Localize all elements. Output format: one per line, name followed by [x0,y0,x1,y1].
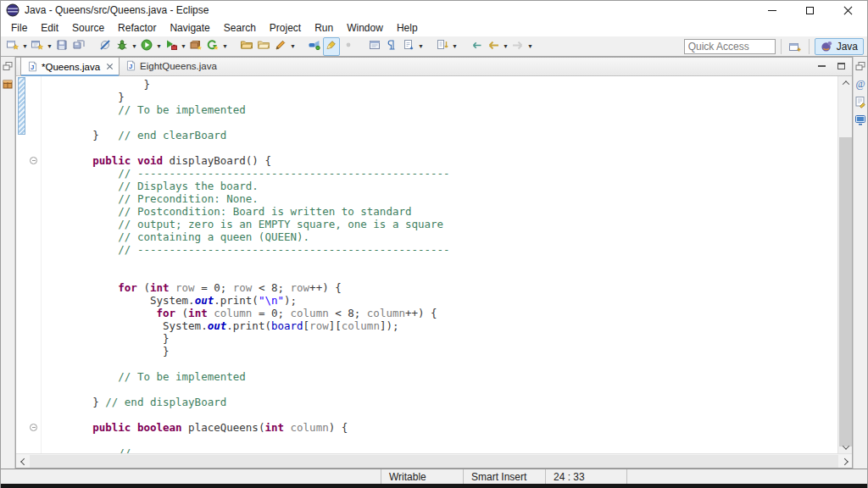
status-bar: WritableSmart Insert24 : 33 [1,469,867,484]
show-whitespace-button[interactable] [383,37,400,56]
debug-dropdown-arrow[interactable]: ▼ [131,37,138,56]
status-insert-mode: Smart Insert [463,469,545,484]
toolbar-group: ▼▼ [468,37,534,56]
search-button[interactable] [306,37,323,56]
quick-access-input[interactable] [684,39,776,54]
new-java-wizard-icon [31,38,44,54]
scroll-left-arrow[interactable] [16,454,29,469]
back-dropdown-arrow[interactable]: ▼ [502,37,509,56]
last-edit-location-button[interactable] [468,37,485,56]
javadoc-icon[interactable]: @ [854,77,867,91]
declaration-icon[interactable] [854,95,867,108]
vertical-scrollbar[interactable] [837,76,852,453]
maximize-button[interactable] [791,1,829,19]
skip-all-breakpoints-button[interactable] [97,37,114,56]
left-trim-bar [1,57,15,469]
menu-run[interactable]: Run [308,20,340,36]
save-actions-dropdown-arrow[interactable]: ▼ [417,37,425,56]
menu-help[interactable]: Help [390,20,425,36]
show-selected-element-button[interactable] [366,37,383,56]
run-dropdown-arrow[interactable]: ▼ [155,37,163,56]
run-button[interactable] [138,37,155,56]
mark-occurrences-button[interactable] [323,37,340,56]
java-editor-pencil-button[interactable] [272,37,289,56]
editor-tab-queensjava[interactable]: J*Queens.java [20,57,120,75]
minimize-button[interactable] [753,1,791,19]
fold-collapse-icon[interactable] [30,424,37,431]
restore-view-icon[interactable] [854,59,867,73]
horizontal-scroll-thumb[interactable] [30,455,838,468]
code-line: } [42,332,837,345]
new-java-project-button[interactable] [187,37,204,56]
open-resource-button[interactable] [255,37,272,56]
editor-tab-bar: J*Queens.javaJEightQueens.java [16,58,852,76]
menu-source[interactable]: Source [65,20,111,36]
menu-edit[interactable]: Edit [34,20,65,36]
save-actions-icon [402,38,415,54]
fold-collapse-icon[interactable] [30,157,37,164]
eclipse-logo-icon [6,3,19,17]
horizontal-scrollbar[interactable] [16,453,852,468]
menu-refactor[interactable]: Refactor [111,20,163,36]
save-all-button[interactable] [70,37,87,56]
java-editor-pencil-dropdown-arrow[interactable]: ▼ [289,37,297,56]
annotation-ruler[interactable] [16,76,27,453]
editor-tab-eightqueensjava[interactable]: JEightQueens.java [120,57,223,75]
menu-navigate[interactable]: Navigate [163,20,216,36]
open-perspective-button[interactable] [787,37,804,56]
editor-area: J*Queens.javaJEightQueens.java } } // To… [15,57,853,469]
svg-text:J: J [129,63,132,70]
code-line [42,408,837,421]
debug-button[interactable] [114,37,131,56]
save-button[interactable] [53,37,70,56]
external-tools-button[interactable] [163,37,180,56]
coverage-button[interactable] [204,37,221,56]
code-line: // output; zero is an EMPTY square, one … [42,218,837,230]
coverage-dropdown-arrow[interactable]: ▼ [221,37,229,56]
menu-project[interactable]: Project [263,20,308,36]
minimize-editor-icon[interactable] [818,65,826,67]
java-perspective-button[interactable]: Java [815,38,864,55]
toolbar-group: ▼ [366,37,425,56]
scroll-right-arrow[interactable] [839,454,852,469]
code-line [42,141,837,154]
code-line [42,383,837,396]
package-explorer-icon[interactable] [1,77,14,91]
forward-dropdown-arrow[interactable]: ▼ [526,37,534,56]
menu-bar: FileEditSourceRefactorNavigateSearchProj… [1,19,867,36]
menu-search[interactable]: Search [217,20,263,36]
menu-file[interactable]: File [4,20,34,36]
scroll-up-arrow[interactable] [838,76,853,89]
show-selected-element-icon [368,38,381,54]
toolbar-group: ▼ [434,37,459,56]
open-type-button[interactable] [238,37,255,56]
forward-button[interactable] [509,37,526,56]
close-button[interactable] [829,1,867,19]
code-line: } [42,345,837,358]
restore-view-icon[interactable] [1,59,14,73]
java-perspective-icon [821,40,833,53]
back-button[interactable] [485,37,502,56]
save-actions-button[interactable] [400,37,417,56]
last-edit-dot-button[interactable] [340,37,357,56]
code-line: // Postcondition: Board is written to st… [42,205,837,218]
last-edit-location-icon [470,38,483,54]
tab-close-icon[interactable] [106,64,113,70]
next-annotation-button[interactable] [434,37,451,56]
new-java-wizard-button[interactable] [29,37,46,56]
menu-window[interactable]: Window [340,20,390,36]
folding-ruler[interactable] [27,76,42,453]
vertical-scroll-thumb[interactable] [839,137,852,446]
maximize-icon [806,7,814,14]
new-wizard-button[interactable] [4,37,21,56]
maximize-editor-icon[interactable] [837,63,845,69]
skip-all-breakpoints-icon [98,38,112,54]
next-annotation-dropdown-arrow[interactable]: ▼ [451,37,459,56]
console-icon[interactable] [854,113,867,126]
open-type-icon [240,38,253,54]
code-editor[interactable]: } } // To be implemented } // end clearB… [42,76,837,453]
new-wizard-dropdown-arrow[interactable]: ▼ [21,37,29,56]
new-java-wizard-dropdown-arrow[interactable]: ▼ [46,37,53,56]
scroll-down-arrow[interactable] [838,441,853,453]
external-tools-dropdown-arrow[interactable]: ▼ [180,37,187,56]
